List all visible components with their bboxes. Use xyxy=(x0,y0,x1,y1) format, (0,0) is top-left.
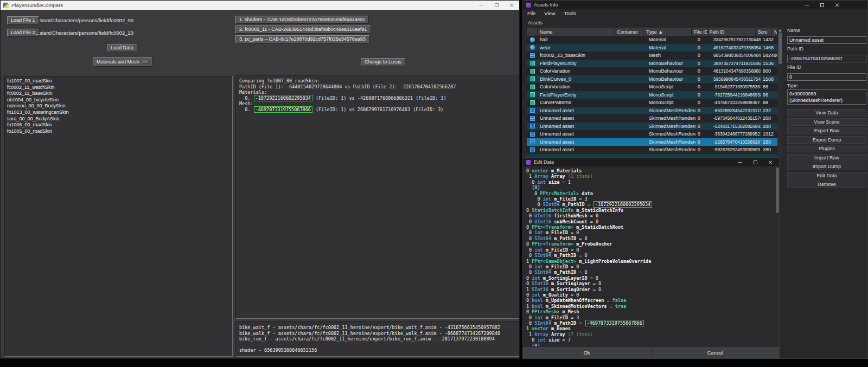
title-bar[interactable]: Assets Info xyxy=(523,1,867,9)
asset-icon-cell xyxy=(527,61,538,66)
window-title: PlayerBundleCompare xyxy=(11,2,63,8)
list-item[interactable]: fc0002_11_watchSkin xyxy=(7,85,232,91)
asset-row[interactable]: wearMaterial049182740324793580541468 xyxy=(527,44,777,52)
column-header-pid[interactable]: Path ID xyxy=(707,28,756,36)
export-dump-button[interactable]: Export Dump xyxy=(787,136,866,144)
asset-cell-pid: 4813104347898356980 xyxy=(711,68,761,74)
type-field[interactable]: 0x00000089 (SkinnedMeshRenderer) xyxy=(787,89,866,105)
bundle-button-3[interactable]: 3. pc_parts – CAB-8c17e28870d92cd757f025… xyxy=(235,35,369,43)
list-item[interactable]: ob1004_00_bicycleSkin xyxy=(7,97,232,104)
menu-item-file[interactable]: File xyxy=(527,10,535,16)
export-raw-button[interactable]: Export Raw xyxy=(787,127,866,134)
edit-data-button[interactable]: Edit Data xyxy=(787,172,866,179)
list-item[interactable]: fo1013_00_wateringcanSkin xyxy=(7,110,232,116)
asset-cell-fid: 0 xyxy=(695,45,711,50)
import-raw-button[interactable]: Import Raw xyxy=(787,154,866,162)
code-line: 0 UInt16 subMeshCount = 0 xyxy=(526,219,775,224)
table-scrollbar[interactable] xyxy=(777,28,783,158)
asset-cell-fid: 0 xyxy=(695,92,711,98)
asset-cell-size: 88 xyxy=(761,84,777,89)
minimize-icon[interactable] xyxy=(799,1,814,9)
load-file-1-button[interactable]: Load File 1 xyxy=(7,16,39,24)
window-title: Assets Info xyxy=(534,2,558,8)
minimize-icon[interactable] xyxy=(474,1,489,10)
column-header-cont[interactable]: Container xyxy=(615,28,644,36)
asset-cell-fid: 0 xyxy=(695,76,711,82)
load-file-2-button[interactable]: Load File 2 xyxy=(7,29,39,37)
mode-dropdown[interactable]: Materials and Mesh xyxy=(93,57,152,67)
close-icon[interactable] xyxy=(763,158,778,166)
asset-cell-size: 88 xyxy=(761,100,777,105)
dialog-scrollbar[interactable] xyxy=(775,166,780,347)
anim-output-area[interactable]: bike_wait_f - assets/chara/fc/fc0002_11_… xyxy=(235,321,520,357)
view-scene-button[interactable]: View Scene xyxy=(787,118,866,126)
asset-row[interactable]: Unnamed assetSkinnedMeshRenderer0-524831… xyxy=(527,123,777,131)
mode-dropdown-label: Materials and Mesh xyxy=(97,59,139,65)
menu-item-tools[interactable]: Tools xyxy=(564,10,576,16)
maximize-icon[interactable] xyxy=(489,1,504,10)
asset-cell-size: 1012 xyxy=(761,131,777,137)
code-line: 1 SInt16 m_SortingOrder = 0 xyxy=(526,287,775,292)
load-data-button[interactable]: Load Data xyxy=(107,44,137,52)
column-header-name[interactable]: Name xyxy=(538,28,615,36)
asset-row[interactable]: FieldPlayerEntityMonoScript0-76272594421… xyxy=(527,91,777,99)
asset-row[interactable]: hairMaterial033429579178227304481432 xyxy=(527,36,777,44)
column-header-icon[interactable] xyxy=(527,28,538,36)
ok-button[interactable]: Ok xyxy=(523,347,651,358)
change-to-lucas-button[interactable]: Change to Lucas xyxy=(361,58,405,66)
import-dump-button[interactable]: Import Dump xyxy=(787,163,866,170)
list-item[interactable]: fo1006_00_roadSkin xyxy=(7,122,232,128)
close-icon[interactable] xyxy=(829,1,845,9)
list-item[interactable]: fc0002_11_baseSkin xyxy=(7,91,232,97)
list-item[interactable]: naminori_00_00_BodySkin xyxy=(7,103,232,110)
bundle-button-1[interactable]: 1. shaders – CAB-1dc8d26be8722a766953ce9… xyxy=(235,16,369,24)
type-value-line2: (SkinnedMeshRenderer) xyxy=(789,97,864,104)
asset-row[interactable]: Unnamed assetSkinnedMeshRenderer0-653289… xyxy=(527,107,777,115)
code-line: 1 vector m_Bones xyxy=(526,326,775,331)
skin-listbox[interactable]: fo1007_00_roadSkinfc0002_11_watchSkinfc0… xyxy=(4,76,233,357)
scrollbar-thumb[interactable] xyxy=(776,168,779,213)
asset-cell-fid: 0 xyxy=(695,108,711,113)
asset-row[interactable]: fc0002_23_baseSkinMesh068543980368540064… xyxy=(527,51,777,60)
compare-output-area[interactable]: Comparing fo1007_00_roadSkin:PathID (Fil… xyxy=(235,75,520,319)
list-item[interactable]: fo1007_00_roadSkin xyxy=(7,78,232,85)
asset-icon-cell xyxy=(527,92,538,97)
column-header-m[interactable]: M xyxy=(772,28,777,36)
cancel-button[interactable]: Cancel xyxy=(652,347,780,358)
asset-row[interactable]: FieldPlayerEntityMonoBehaviour0389735737… xyxy=(527,60,777,68)
asset-row[interactable]: ColorVariationMonoBehaviour0481310434789… xyxy=(527,67,777,75)
bundle-button-2[interactable]: 2. fc0002_11 - CAB-2663951448d3baf89b0c4… xyxy=(235,25,371,34)
smr-icon xyxy=(530,132,535,137)
asset-row[interactable]: Unnamed assetSkinnedMeshRenderer0-982876… xyxy=(527,146,777,154)
script-icon xyxy=(530,100,535,105)
asset-row[interactable]: CurvePatternsMonoScript0-487667333259609… xyxy=(527,99,777,107)
asset-row[interactable]: Unnamed assetSkinnedMeshRenderer0-597345… xyxy=(527,114,777,123)
asset-row[interactable]: ColorVariationMonoScript0-91946237165097… xyxy=(527,83,777,91)
serialized-data-tree[interactable]: 0 vector m_Materials 1 Array Array (1 it… xyxy=(523,166,775,347)
asset-row[interactable]: BlinkCurves_0MonoBehaviour05956990645436… xyxy=(527,75,777,83)
list-item[interactable]: sora_00_00_BodyASkin xyxy=(7,116,232,123)
plugins-button[interactable]: Plugins xyxy=(787,145,866,152)
menu-item-view[interactable]: View xyxy=(544,10,555,16)
view-data-button[interactable]: View Data xyxy=(787,109,866,117)
list-item[interactable]: fo1005_00_roadSkin xyxy=(7,128,232,135)
asset-cell-type: SkinnedMeshRenderer xyxy=(647,124,695,129)
maximize-icon[interactable] xyxy=(748,158,763,166)
column-header-type[interactable]: Type ▲ xyxy=(644,28,692,36)
column-header-fid[interactable]: File ID xyxy=(692,28,707,36)
close-icon[interactable] xyxy=(504,1,519,10)
title-bar[interactable]: PlayerBundleCompare xyxy=(1,1,519,10)
asset-row[interactable]: Unnamed assetSkinnedMeshRenderer0-226570… xyxy=(527,138,777,146)
minimize-icon[interactable] xyxy=(732,158,748,166)
remove-button[interactable]: Remove xyxy=(787,181,866,188)
asset-row[interactable]: Unnamed assetSkinnedMeshRenderer0-363942… xyxy=(527,130,777,138)
title-bar[interactable]: Edit Data xyxy=(523,158,779,166)
name-field[interactable] xyxy=(787,36,866,44)
column-header-size[interactable]: Size xyxy=(756,28,772,36)
maximize-icon[interactable] xyxy=(814,1,829,9)
file-id-field[interactable] xyxy=(787,73,866,81)
scroll-up-icon[interactable] xyxy=(778,29,782,31)
path-id-field[interactable] xyxy=(787,55,866,62)
asset-cell-pid: -5248317153820856882 xyxy=(711,124,761,129)
scrollbar-thumb[interactable] xyxy=(778,33,782,64)
